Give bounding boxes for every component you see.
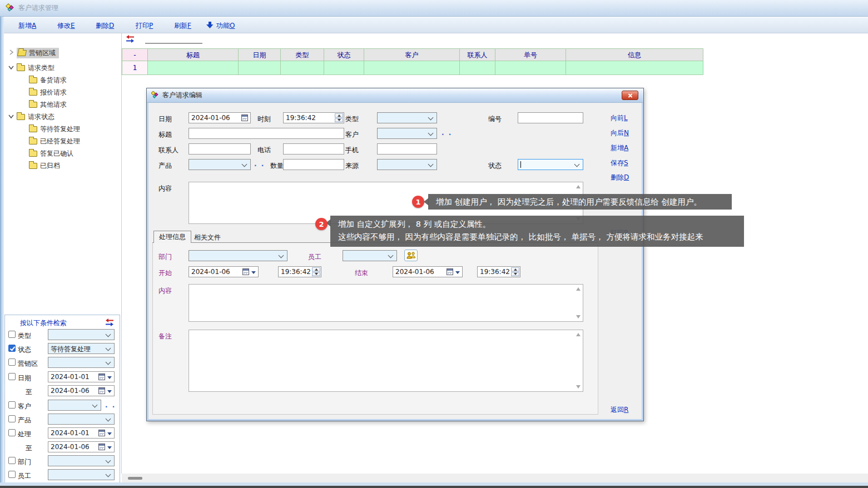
time-field[interactable]: 19:36:42 bbox=[283, 112, 344, 123]
new-button[interactable]: 新增A bbox=[611, 143, 628, 153]
add-button[interactable]: 新增A bbox=[18, 21, 36, 31]
department-checkbox[interactable] bbox=[8, 457, 16, 464]
process-from-field[interactable]: 2024-01-01 bbox=[48, 427, 115, 439]
dropdown-arrow-icon[interactable] bbox=[107, 390, 112, 393]
dropdown-arrow-icon[interactable] bbox=[251, 271, 256, 274]
sidebar-item-request-status[interactable]: 请求状态 bbox=[8, 111, 54, 122]
phone-field[interactable] bbox=[283, 143, 344, 155]
sidebar-item-quote-request[interactable]: 报价请求 bbox=[29, 87, 67, 98]
grid-header-status[interactable]: 状态 bbox=[324, 48, 364, 61]
grid-cell-type[interactable] bbox=[281, 61, 324, 75]
grid-header-customer[interactable]: 客户 bbox=[364, 48, 460, 61]
panel-splitter[interactable] bbox=[121, 33, 122, 474]
grid-row[interactable]: 1 bbox=[122, 61, 703, 75]
status-filter-combo[interactable]: 等待答复处理 bbox=[48, 343, 115, 354]
next-button[interactable]: 向后N bbox=[611, 128, 629, 138]
grid-cell-info[interactable] bbox=[566, 61, 703, 75]
delete-button[interactable]: 删除D bbox=[96, 21, 114, 31]
function-menu-button[interactable]: 功能O bbox=[216, 21, 235, 31]
type-filter-combo[interactable] bbox=[48, 329, 115, 340]
staff-lookup-button[interactable] bbox=[404, 250, 418, 261]
spinner-icon[interactable] bbox=[312, 267, 320, 276]
return-button[interactable]: 返回R bbox=[611, 405, 628, 415]
sidebar-item-replied[interactable]: 已经答复处理 bbox=[29, 136, 80, 147]
sidebar-item-request-type[interactable]: 请求类型 bbox=[8, 62, 54, 73]
spinner-icon[interactable] bbox=[335, 113, 343, 122]
marketing-area-filter-combo[interactable] bbox=[48, 357, 115, 368]
grid-cell-customer[interactable] bbox=[364, 61, 460, 75]
staff-combo[interactable] bbox=[343, 250, 397, 261]
customer-lookup-dots[interactable]: . . bbox=[442, 129, 452, 137]
grid-cell-contact[interactable] bbox=[460, 61, 495, 75]
contact-field[interactable] bbox=[189, 143, 251, 155]
scroll-down-icon[interactable] bbox=[576, 315, 581, 318]
product-lookup-dots[interactable]: . . bbox=[254, 160, 265, 168]
scroll-up-icon[interactable] bbox=[576, 333, 581, 336]
prev-button[interactable]: 向前L bbox=[611, 113, 628, 123]
customer-lookup-dots[interactable]: . . bbox=[105, 401, 116, 409]
type-combo[interactable] bbox=[377, 112, 437, 123]
dropdown-arrow-icon[interactable] bbox=[107, 376, 112, 379]
grid-cell-status[interactable] bbox=[324, 61, 364, 75]
process-to-field[interactable]: 2024-01-06 bbox=[48, 441, 115, 452]
date-checkbox[interactable] bbox=[8, 373, 16, 380]
save-button[interactable]: 保存S bbox=[611, 158, 628, 168]
product-filter-combo[interactable] bbox=[48, 414, 115, 425]
refresh-button[interactable]: 刷新F bbox=[174, 21, 191, 31]
grid-header-rowmark[interactable]: - bbox=[122, 48, 148, 61]
grid-cell-date[interactable] bbox=[239, 61, 281, 75]
customer-filter-combo[interactable] bbox=[48, 400, 101, 411]
sidebar-item-waiting-reply[interactable]: 等待答复处理 bbox=[29, 123, 80, 135]
tab-related-files[interactable]: 相关文件 bbox=[189, 232, 226, 243]
start-time-field[interactable]: 19:36:42 bbox=[278, 266, 321, 277]
mobile-field[interactable] bbox=[377, 143, 437, 155]
scroll-up-icon[interactable] bbox=[576, 287, 581, 291]
scroll-down-icon[interactable] bbox=[576, 385, 581, 389]
product-checkbox[interactable] bbox=[8, 415, 16, 422]
start-date-field[interactable]: 2024-01-06 bbox=[189, 266, 259, 277]
customer-combo[interactable] bbox=[377, 128, 437, 139]
grid-header-contact[interactable]: 联系人 bbox=[460, 48, 495, 61]
calendar-icon[interactable] bbox=[98, 374, 105, 380]
subject-field[interactable] bbox=[189, 128, 344, 139]
calendar-icon[interactable] bbox=[447, 268, 453, 275]
grid-cell-title[interactable] bbox=[148, 61, 239, 75]
chevron-down-icon[interactable] bbox=[8, 64, 14, 72]
number-field[interactable] bbox=[518, 112, 583, 123]
source-combo[interactable] bbox=[377, 159, 437, 170]
swap-arrows-icon[interactable] bbox=[126, 35, 135, 44]
grid-header-date[interactable]: 日期 bbox=[239, 48, 281, 61]
grid-row-number[interactable]: 1 bbox=[122, 61, 148, 75]
swap-arrows-icon[interactable] bbox=[105, 318, 114, 328]
department-combo[interactable] bbox=[189, 250, 287, 261]
end-time-field[interactable]: 19:36:42 bbox=[477, 266, 520, 277]
type-checkbox[interactable] bbox=[8, 331, 16, 338]
date-field[interactable]: 2024-01-06 bbox=[189, 112, 251, 123]
close-icon[interactable] bbox=[622, 91, 638, 100]
status-combo[interactable] bbox=[518, 159, 583, 170]
department-filter-combo[interactable] bbox=[48, 455, 115, 466]
process-content-textarea[interactable] bbox=[189, 284, 583, 322]
end-date-field[interactable]: 2024-01-06 bbox=[393, 266, 463, 277]
sidebar-item-reply-confirmed[interactable]: 答复已确认 bbox=[29, 148, 73, 159]
scroll-up-icon[interactable] bbox=[576, 185, 581, 188]
calendar-icon[interactable] bbox=[98, 430, 105, 436]
calendar-icon[interactable] bbox=[98, 444, 105, 450]
remark-textarea[interactable] bbox=[189, 330, 583, 392]
grid-header-orderno[interactable]: 单号 bbox=[495, 48, 566, 61]
dropdown-arrow-icon[interactable] bbox=[107, 446, 112, 449]
customer-checkbox[interactable] bbox=[8, 401, 16, 409]
sidebar-item-marketing-area[interactable]: 营销区域 bbox=[8, 47, 59, 58]
tab-processing-info[interactable]: 处理信息 bbox=[153, 231, 191, 243]
sidebar-item-other-request[interactable]: 其他请求 bbox=[29, 99, 67, 110]
horizontal-scrollbar[interactable] bbox=[122, 474, 868, 482]
calendar-icon[interactable] bbox=[241, 114, 248, 121]
spinner-icon[interactable] bbox=[511, 267, 519, 276]
grid-header-type[interactable]: 类型 bbox=[281, 48, 324, 61]
chevron-down-icon[interactable] bbox=[8, 113, 14, 121]
staff-filter-combo[interactable] bbox=[48, 469, 115, 480]
chevron-right-icon[interactable] bbox=[8, 49, 14, 57]
staff-checkbox[interactable] bbox=[8, 471, 16, 478]
print-button[interactable]: 打印P bbox=[136, 21, 153, 31]
scrollbar-thumb[interactable] bbox=[128, 477, 142, 480]
